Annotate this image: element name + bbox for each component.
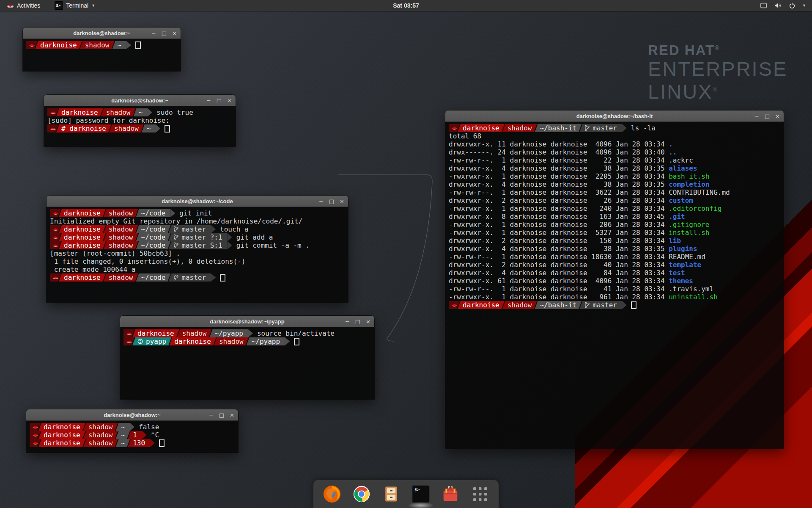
prompt-segment-host: shadow: [104, 241, 138, 249]
terminal-screen[interactable]: darknoiseshadow~/bash-itmasterls -latota…: [445, 122, 784, 449]
dock-files-icon[interactable]: [381, 484, 401, 504]
prompt-segment-path: ~/code: [136, 273, 171, 282]
command-text: git add a: [236, 233, 273, 241]
chevron-down-icon[interactable]: ▼: [802, 3, 806, 8]
maximize-button[interactable]: □: [217, 95, 222, 106]
prompt-segment-host: shadow: [83, 423, 118, 431]
minimize-button[interactable]: −: [754, 110, 759, 122]
file-list-row: drwxrwxr-x. 11 darknoise darknoise 4096 …: [449, 140, 784, 148]
redhat-prompt-icon: [126, 339, 132, 344]
terminal-titlebar[interactable]: darknoise@shadow:~−□×: [26, 409, 238, 421]
window-controls: −□×: [206, 95, 232, 106]
window-controls: −□×: [151, 28, 177, 39]
terminal-cursor: [631, 301, 636, 309]
terminal-titlebar[interactable]: darknoise@shadow:~−□×: [44, 95, 236, 106]
minimize-button[interactable]: −: [206, 95, 211, 106]
dock-chrome-icon[interactable]: [351, 484, 372, 504]
dock-terminal-icon[interactable]: $>: [411, 484, 431, 504]
command-text: source bin/activate: [257, 329, 335, 337]
terminal-screen[interactable]: darknoiseshadow~/codegit initInitialized…: [47, 207, 348, 302]
close-button[interactable]: ×: [227, 95, 232, 106]
dock-toolbox-icon[interactable]: [440, 484, 461, 504]
prompt-arrow-icon: [148, 108, 152, 116]
prompt-segment-host: shadow: [502, 124, 537, 132]
prompt-segment-user: darknoise: [35, 41, 82, 49]
maximize-button[interactable]: □: [162, 28, 167, 39]
redhat-prompt-icon: [52, 235, 59, 240]
maximize-button[interactable]: □: [219, 409, 224, 421]
file-name: .travis.yml: [669, 285, 713, 293]
focused-app-indicator[interactable]: $> Terminal ▼: [52, 0, 98, 11]
terminal-prompt-line: darknoiseshadow~false: [30, 423, 238, 431]
file-list-row: -rwxrwxr-x. 1 darknoise darknoise 5327 J…: [449, 229, 784, 237]
maximize-button[interactable]: □: [329, 196, 334, 207]
prompt-segment-host: shadow: [83, 439, 118, 447]
file-list-row: drwxrwxr-x. 2 darknoise darknoise 26 Jan…: [449, 196, 784, 204]
screen-share-icon[interactable]: [760, 2, 767, 9]
prompt-segment-git: master: [168, 273, 211, 282]
dock-firefox-icon[interactable]: [322, 484, 342, 504]
top-bar: Activities $> Terminal ▼ Sat 03:57 ▼: [0, 0, 812, 11]
prompt-arrow-icon: [150, 439, 155, 447]
volume-icon[interactable]: [774, 2, 782, 9]
file-meta: drwxrwxr-x. 4 darknoise darknoise 38 Jan…: [449, 245, 669, 253]
terminal-titlebar[interactable]: darknoise@shadow:~/pyapp−□×: [120, 316, 374, 327]
prompt-arrow-icon: [285, 337, 290, 345]
terminal-window-bash-it: darknoise@shadow:~/bash-it−□×darknoisesh…: [445, 110, 784, 449]
maximize-button[interactable]: □: [355, 316, 360, 327]
close-button[interactable]: ×: [775, 110, 780, 122]
file-list-row: drwxrwxr-x. 61 darknoise darknoise 4096 …: [449, 277, 784, 285]
activities-label: Activities: [17, 2, 40, 9]
command-text: false: [139, 423, 159, 431]
command-text: touch a: [220, 225, 248, 233]
file-name: .gitignore: [669, 221, 709, 229]
terminal-screen[interactable]: darknoiseshadow~/pyappsource bin/activat…: [120, 327, 374, 399]
prompt-segment-path: ~: [116, 439, 130, 447]
minimize-button[interactable]: −: [209, 409, 214, 421]
file-meta: -rwxrwxr-x. 1 darknoise darknoise 5327 J…: [449, 229, 669, 237]
close-button[interactable]: ×: [230, 409, 234, 421]
minimize-button[interactable]: −: [319, 196, 324, 207]
prompt-segment-path: ~/code: [136, 209, 171, 217]
file-name: .editorconfig: [669, 204, 721, 213]
redhat-prompt-icon: [126, 331, 132, 336]
prompt-segment-user: darknoise: [56, 108, 103, 116]
terminal-screen[interactable]: darknoiseshadow~falsedarknoiseshadow~1^C…: [26, 421, 238, 453]
clock[interactable]: Sat 03:57: [0, 2, 812, 9]
prompt-arrow-icon: [211, 225, 216, 233]
terminal-window-home-1: darknoise@shadow:~−□×darknoiseshadow~: [23, 28, 181, 71]
prompt-segment-user: darknoise: [59, 233, 106, 241]
close-button[interactable]: ×: [340, 196, 344, 207]
prompt-segment-user: darknoise: [59, 273, 106, 282]
git-branch-icon: [173, 226, 178, 232]
minimize-button[interactable]: −: [345, 316, 350, 327]
terminal-screen[interactable]: darknoiseshadow~sudo true[sudo] password…: [44, 106, 236, 147]
terminal-screen[interactable]: darknoiseshadow~: [23, 39, 181, 71]
minimize-button[interactable]: −: [151, 28, 156, 39]
close-button[interactable]: ×: [172, 28, 177, 39]
activities-button[interactable]: Activities: [3, 0, 44, 11]
terminal-titlebar[interactable]: darknoise@shadow:~−□×: [23, 28, 181, 39]
dock: $>: [313, 480, 499, 508]
dock-app-grid-icon[interactable]: [470, 484, 490, 504]
redhat-prompt-icon: [52, 211, 59, 216]
file-name: uninstall.sh: [669, 293, 718, 301]
power-icon[interactable]: [789, 2, 796, 9]
prompt-arrow-icon: [622, 124, 627, 132]
terminal-titlebar[interactable]: darknoise@shadow:~/code−□×: [47, 196, 348, 207]
maximize-button[interactable]: □: [765, 110, 770, 122]
file-meta: drwxrwxr-x. 11 darknoise darknoise 4096 …: [449, 140, 669, 148]
prompt-segment-exit: 1: [128, 431, 142, 439]
redhat-prompt-icon: [50, 126, 56, 131]
file-meta: -rw-rw-r--. 1 darknoise darknoise 41 Jan…: [449, 285, 669, 293]
prompt-arrow-icon: [228, 233, 232, 241]
close-button[interactable]: ×: [366, 316, 370, 327]
command-text: sudo true: [156, 108, 193, 116]
prompt-segment-user: darknoise: [59, 241, 106, 249]
terminal-titlebar[interactable]: darknoise@shadow:~/bash-it−□×: [445, 110, 784, 122]
prompt-segment-path: ~/code: [136, 225, 171, 233]
terminal-prompt-line: # darknoiseshadow~: [47, 124, 236, 133]
file-name: .ackrc: [669, 156, 693, 164]
file-name: test: [669, 269, 685, 277]
file-meta: drwxrwxr-x. 2 darknoise darknoise 40 Jan…: [449, 261, 669, 269]
